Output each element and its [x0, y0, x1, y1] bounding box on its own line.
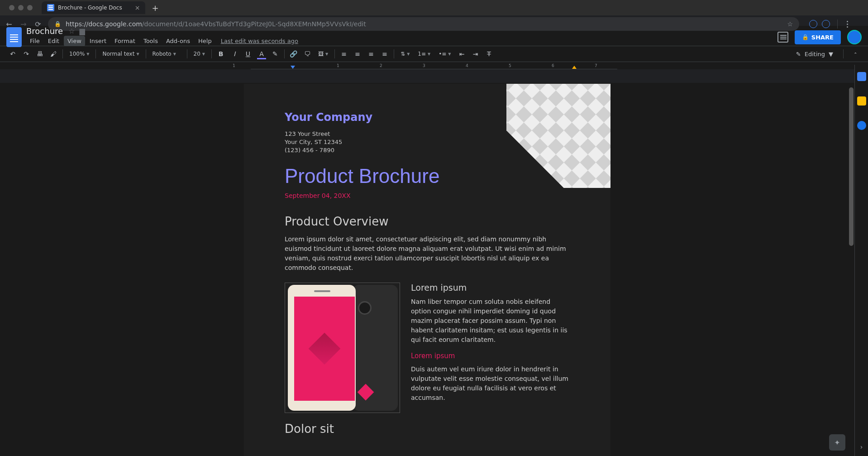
paint-format-button[interactable]: 🖌 — [47, 48, 60, 60]
indent-marker[interactable] — [291, 66, 295, 69]
insert-comment-button[interactable]: 🗨 — [301, 48, 314, 60]
menu-help[interactable]: Help — [195, 36, 215, 46]
menu-add-ons[interactable]: Add-ons — [162, 36, 194, 46]
extension-icon-2[interactable] — [822, 20, 830, 28]
phone-back — [353, 285, 398, 411]
side-panel: › — [854, 65, 868, 456]
explore-button[interactable]: ✦ — [829, 434, 845, 451]
share-button[interactable]: 🔒 SHARE — [795, 30, 841, 44]
insert-link-button[interactable]: 🔗 — [287, 48, 300, 60]
docs-favicon — [47, 4, 54, 11]
keep-icon[interactable] — [857, 96, 866, 106]
separator — [837, 19, 838, 29]
align-right-button[interactable]: ≡ — [365, 48, 377, 60]
collapse-toolbar-button[interactable]: ⌄ — [849, 48, 862, 60]
menu-insert[interactable]: Insert — [86, 36, 110, 46]
sub1-heading[interactable]: Lorem ipsum — [411, 283, 570, 293]
bookmark-star-icon[interactable]: ☆ — [787, 20, 793, 28]
new-tab-button[interactable]: + — [152, 3, 158, 13]
calendar-icon[interactable] — [857, 72, 866, 81]
horizontal-ruler[interactable]: 1 1 2 3 4 5 6 7 — [0, 62, 868, 69]
comments-button[interactable] — [777, 32, 788, 43]
last-edit-link[interactable]: Last edit was seconds ago — [221, 38, 298, 44]
menu-view[interactable]: View — [64, 36, 85, 46]
browser-chrome: Brochure - Google Docs × + ← → ⟳ 🔒 https… — [0, 0, 868, 26]
zoom-dropdown[interactable]: 100%▼ — [66, 51, 93, 57]
close-window-dot[interactable] — [9, 5, 14, 10]
paragraph-style-dropdown[interactable]: Normal text▼ — [99, 51, 143, 57]
move-folder-icon[interactable]: ▆ — [80, 27, 85, 35]
menu-edit[interactable]: Edit — [44, 36, 63, 46]
align-center-button[interactable]: ≡ — [351, 48, 364, 60]
bulleted-list-button[interactable]: •≡▼ — [435, 51, 454, 57]
right-indent-marker[interactable] — [572, 66, 577, 69]
overview-heading[interactable]: Product Overview — [285, 215, 570, 228]
font-size-dropdown[interactable]: 20▼ — [190, 51, 209, 57]
align-left-button[interactable]: ≡ — [338, 48, 350, 60]
window-controls[interactable] — [5, 5, 37, 10]
two-column-section: Lorem ipsum Nam liber tempor cum soluta … — [285, 283, 570, 413]
undo-button[interactable]: ↶ — [6, 48, 19, 60]
toolbar: ↶ ↷ 🖶 🖌 100%▼ Normal text▼ Roboto▼ 20▼ B… — [0, 46, 868, 62]
corner-decoration — [506, 84, 610, 188]
dolor-heading[interactable]: Dolor sit — [285, 422, 570, 436]
overview-body[interactable]: Lorem ipsum dolor sit amet, consectetuer… — [285, 235, 570, 273]
line-spacing-button[interactable]: ⇅▼ — [397, 51, 413, 57]
browser-menu-button[interactable] — [845, 19, 850, 29]
redo-button[interactable]: ↷ — [20, 48, 33, 60]
sub2-heading[interactable]: Lorem ipsum — [411, 352, 570, 360]
menu-tools[interactable]: Tools — [140, 36, 162, 46]
title-row: Brochure ☆ ▆ FileEditViewInsertFormatToo… — [6, 29, 862, 46]
separator — [95, 49, 96, 58]
separator — [187, 49, 187, 58]
browser-tab[interactable]: Brochure - Google Docs × — [42, 1, 145, 14]
account-avatar[interactable] — [847, 30, 862, 44]
tab-bar: Brochure - Google Docs × + — [0, 0, 868, 15]
phone-front — [288, 285, 356, 411]
vertical-scrollbar[interactable] — [848, 83, 854, 456]
right-column[interactable]: Lorem ipsum Nam liber tempor cum soluta … — [411, 283, 570, 413]
numbered-list-button[interactable]: 1≡▼ — [414, 51, 434, 57]
document-canvas[interactable]: Your Company 123 Your Street Your City, … — [0, 83, 854, 456]
docs-logo[interactable] — [6, 27, 22, 47]
italic-button[interactable]: I — [228, 48, 241, 60]
menu-file[interactable]: File — [26, 36, 43, 46]
separator — [843, 49, 844, 58]
document-page[interactable]: Your Company 123 Your Street Your City, … — [244, 84, 610, 456]
star-icon[interactable]: ☆ — [68, 27, 75, 35]
bold-button[interactable]: B — [215, 48, 227, 60]
editing-mode-dropdown[interactable]: ✎ Editing ▼ — [792, 49, 838, 59]
text-color-button[interactable]: A — [255, 48, 268, 60]
scrollbar-thumb[interactable] — [849, 87, 854, 246]
sub2-body[interactable]: Duis autem vel eum iriure dolor in hendr… — [411, 365, 570, 403]
tasks-icon[interactable] — [857, 121, 866, 130]
separator — [284, 49, 285, 58]
clear-formatting-button[interactable]: T — [483, 48, 496, 60]
insert-image-button[interactable]: 🖼▼ — [315, 51, 332, 57]
share-label: SHARE — [811, 34, 834, 41]
document-title[interactable]: Brochure — [26, 26, 63, 36]
tab-title: Brochure - Google Docs — [58, 5, 122, 11]
pencil-icon: ✎ — [796, 51, 801, 58]
font-dropdown[interactable]: Roboto▼ — [149, 51, 184, 57]
hide-sidepanel-button[interactable]: › — [860, 443, 863, 451]
increase-indent-button[interactable]: ⇥ — [469, 48, 482, 60]
sub1-body[interactable]: Nam liber tempor cum soluta nobis eleife… — [411, 297, 570, 345]
product-image[interactable] — [285, 283, 400, 413]
align-justify-button[interactable]: ≡ — [378, 48, 391, 60]
print-button[interactable]: 🖶 — [33, 48, 46, 60]
document-date[interactable]: September 04, 20XX — [285, 192, 570, 199]
menu-bar: FileEditViewInsertFormatToolsAdd-onsHelp… — [26, 36, 298, 48]
minimize-window-dot[interactable] — [18, 5, 24, 10]
maximize-window-dot[interactable] — [27, 5, 33, 10]
decrease-indent-button[interactable]: ⇤ — [456, 48, 468, 60]
extension-icon-1[interactable] — [809, 20, 817, 28]
separator — [211, 49, 212, 58]
menu-format[interactable]: Format — [111, 36, 139, 46]
separator — [394, 49, 394, 58]
separator — [146, 49, 146, 58]
highlight-button[interactable]: ✎ — [269, 48, 281, 60]
header-right: 🔒 SHARE — [777, 30, 862, 44]
underline-button[interactable]: U — [242, 48, 254, 60]
tab-close-icon[interactable]: × — [135, 4, 140, 11]
